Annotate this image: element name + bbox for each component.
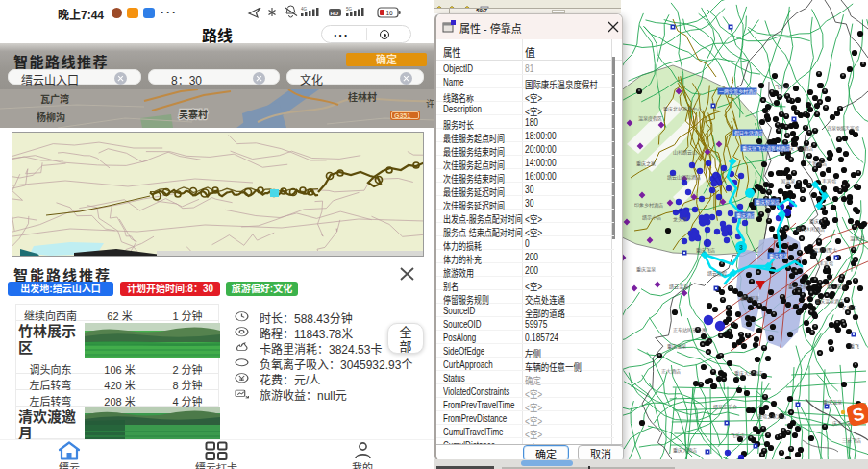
svg-text:天客酒店: 天客酒店 <box>807 160 827 167</box>
svg-text:缙示小店: 缙示小店 <box>642 214 661 221</box>
svg-text:重庆大酒店: 重庆大酒店 <box>673 447 697 454</box>
svg-text:3: 3 <box>739 244 743 251</box>
svg-text:重庆之家: 重庆之家 <box>636 160 656 167</box>
svg-text:正车站民乐公寓: 正车站民乐公寓 <box>673 327 707 333</box>
svg-text:重庆休闲酒店: 重庆休闲酒店 <box>796 226 825 233</box>
svg-text:缙云度假: 缙云度假 <box>707 270 727 277</box>
svg-text:许: 许 <box>426 98 434 109</box>
svg-text:重飞: 重飞 <box>850 343 859 349</box>
svg-text:温泉度假区: 温泉度假区 <box>638 115 662 122</box>
svg-text:一两堂荒乡村酒店: 一两堂荒乡村酒店 <box>719 88 757 95</box>
svg-text:重庆酒店: 重庆酒店 <box>736 212 756 219</box>
svg-text:飞宾馆: 飞宾馆 <box>775 84 789 89</box>
svg-text:山礼缙云山: 山礼缙云山 <box>673 149 697 156</box>
svg-text:重庆温泉: 重庆温泉 <box>667 343 686 350</box>
svg-text:重庆温泉: 重庆温泉 <box>636 266 656 273</box>
svg-text:缙云山国际酒店: 缙云山国际酒店 <box>667 174 701 181</box>
svg-text:丰宾馆: 丰宾馆 <box>819 260 833 266</box>
svg-text:庆天一乐: 庆天一乐 <box>832 420 852 427</box>
svg-text:久天宾馆: 久天宾馆 <box>840 125 859 131</box>
svg-text:丰宾馆: 丰宾馆 <box>822 178 836 184</box>
svg-text:重庆智泉店: 重庆智泉店 <box>756 199 780 206</box>
svg-text:龙头寨: 龙头寨 <box>673 216 687 223</box>
svg-text:缙云温泉: 缙云温泉 <box>669 284 688 290</box>
svg-text:桂林村: 桂林村 <box>348 91 377 103</box>
svg-text:重庆智泉: 重庆智泉 <box>769 253 788 259</box>
svg-text:重庆北站旅游中心: 重庆北站旅游中心 <box>663 106 702 112</box>
svg-text:重庆智旅: 重庆智旅 <box>740 295 759 302</box>
svg-text:旅馆之家酒店: 旅馆之家酒店 <box>757 413 786 420</box>
svg-text:三乐飞店: 三乐飞店 <box>842 437 861 444</box>
svg-text:飞乐店: 飞乐店 <box>731 432 745 439</box>
svg-text:瓦广湾: 瓦广湾 <box>40 93 69 105</box>
svg-text:杨柳沟: 杨柳沟 <box>37 111 65 123</box>
svg-text:吴寨村: 吴寨村 <box>179 109 208 120</box>
svg-text:重庆大乐酒店: 重庆大乐酒店 <box>734 370 763 377</box>
svg-text:重庆张飞古道客栈酒店: 重庆张飞古道客栈酒店 <box>742 145 790 152</box>
svg-text:重庆之星: 重庆之星 <box>788 284 807 290</box>
svg-text:重庆服务: 重庆服务 <box>827 284 846 290</box>
svg-text:16: 16 <box>386 10 394 16</box>
svg-text:重庆飞店: 重庆飞店 <box>696 247 715 254</box>
svg-text:温泉别墅大: 温泉别墅大 <box>813 247 837 254</box>
svg-text:假日生活酒店: 假日生活酒店 <box>734 130 763 136</box>
svg-text:重庆温泉酒店: 重庆温泉酒店 <box>815 298 844 305</box>
svg-text:缙泉东乐会: 缙泉东乐会 <box>713 404 737 410</box>
svg-text:正大酒店: 正大酒店 <box>661 368 681 375</box>
svg-text:国温泉: 国温泉 <box>781 178 795 185</box>
svg-text:印象乡村酒店: 印象乡村酒店 <box>634 202 663 209</box>
svg-text:G351: G351 <box>394 112 410 119</box>
svg-text:4G: 4G <box>301 7 308 12</box>
svg-text:5G: 5G <box>346 7 353 12</box>
svg-text:重庆大: 重庆大 <box>809 218 824 225</box>
svg-text:乙酒店: 乙酒店 <box>842 305 856 311</box>
svg-text:温泉道: 温泉道 <box>850 235 864 242</box>
svg-text:HD: HD <box>331 11 339 16</box>
